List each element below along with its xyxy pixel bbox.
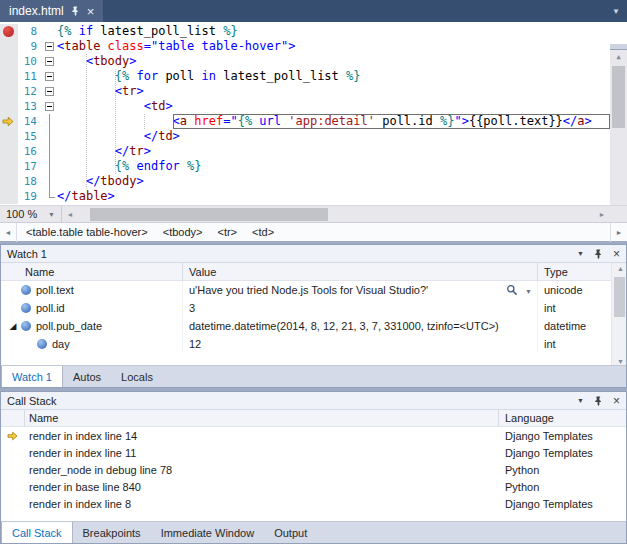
pin-icon[interactable] — [594, 249, 603, 259]
watch-value-cell[interactable]: datetime.datetime(2014, 8, 12, 21, 3, 7,… — [183, 317, 538, 335]
scrollbar-thumb[interactable] — [90, 208, 328, 221]
watch-value-cell[interactable]: 3 — [183, 299, 538, 317]
pin-icon[interactable] — [71, 6, 80, 16]
glyph-margin[interactable] — [0, 189, 18, 204]
window-position-icon[interactable]: ▼ — [577, 397, 584, 404]
tab-call-stack[interactable]: Call Stack — [1, 522, 73, 543]
code-line[interactable]: 11 {% for poll in latest_poll_list %} — [0, 69, 610, 84]
scroll-right-icon[interactable]: ► — [594, 211, 610, 218]
watch-row[interactable]: poll.id3int — [1, 299, 626, 317]
zoom-select[interactable]: 100 % ▼ — [0, 206, 62, 223]
pin-icon[interactable] — [594, 396, 603, 406]
watch-value-cell[interactable]: u'Have you tried Node.js Tools for Visua… — [183, 281, 538, 299]
fold-collapse-icon[interactable] — [45, 57, 54, 66]
code-token: </ — [57, 189, 71, 203]
fold-guide-line — [49, 144, 50, 159]
value-inspector[interactable]: ▼ — [502, 284, 532, 298]
watch-value: u'Have you tried Node.js Tools for Visua… — [189, 284, 428, 296]
watch-value-cell[interactable]: 12 — [183, 335, 538, 353]
watch-row[interactable]: day12int — [1, 335, 626, 353]
tag-nav-left-icon[interactable]: ◄ — [0, 223, 17, 242]
callstack-frame[interactable]: render in index line 11Django Templates — [1, 444, 626, 461]
frame-name: render in index line 11 — [25, 447, 499, 459]
tab-locals[interactable]: Locals — [111, 366, 163, 387]
callstack-frame[interactable]: render in base line 840Python — [1, 478, 626, 495]
code-line[interactable]: 18 </tbody> — [0, 174, 610, 189]
column-header-name[interactable]: Name — [25, 410, 499, 426]
callstack-frame[interactable]: render_node in debug line 78Python — [1, 461, 626, 478]
column-header-language[interactable]: Language — [499, 410, 626, 426]
tab-index-html[interactable]: index.html × — [0, 0, 103, 22]
code-line[interactable]: 14 <a href="{% url 'app:detail' poll.id … — [0, 114, 610, 129]
watch-row[interactable]: poll.textu'Have you tried Node.js Tools … — [1, 281, 626, 299]
tab-watch-1[interactable]: Watch 1 — [1, 366, 63, 387]
code-token: {% — [115, 159, 137, 173]
watch-name-cell: poll.text — [1, 281, 183, 299]
close-icon[interactable]: × — [613, 248, 620, 260]
code-indent — [57, 114, 173, 129]
code-line[interactable]: 9<table class="table table-hover"> — [0, 39, 610, 54]
watch-value: datetime.datetime(2014, 8, 12, 21, 3, 7,… — [189, 320, 499, 332]
glyph-margin[interactable] — [0, 144, 18, 159]
glyph-margin[interactable] — [0, 24, 18, 39]
glyph-margin[interactable] — [0, 159, 18, 174]
fold-collapse-icon[interactable] — [45, 102, 54, 111]
watch-row[interactable]: ◢poll.pub_datedatetime.datetime(2014, 8,… — [1, 317, 626, 335]
column-header-name[interactable]: Name — [1, 263, 183, 280]
glyph-margin[interactable] — [0, 114, 18, 129]
code-line[interactable]: 17 {% endfor %} — [0, 159, 610, 174]
scrollbar-thumb[interactable] — [612, 66, 625, 128]
glyph-margin[interactable] — [0, 99, 18, 114]
code-line[interactable]: 16 </tr> — [0, 144, 610, 159]
code-line[interactable]: 19</table> — [0, 189, 610, 204]
close-icon[interactable]: × — [87, 5, 95, 18]
code-line[interactable]: 15 </td> — [0, 129, 610, 144]
code-line[interactable]: 12 <tr> — [0, 84, 610, 99]
breadcrumb-tag[interactable]: <td> — [252, 226, 274, 238]
callstack-frame[interactable]: render in index line 14Django Templates — [1, 427, 626, 444]
glyph-margin[interactable] — [0, 174, 18, 189]
code-line[interactable]: 13 <td> — [0, 99, 610, 114]
expander-icon[interactable]: ◢ — [5, 321, 21, 331]
scroll-down-icon[interactable]: ▼ — [612, 358, 627, 365]
glyph-margin[interactable] — [0, 84, 18, 99]
breakpoint-icon[interactable] — [3, 26, 14, 37]
frame-icon-spacer — [1, 461, 25, 478]
breadcrumb-tag[interactable]: <tbody> — [163, 226, 203, 238]
code-line[interactable]: 8{% if latest_poll_list %} — [0, 24, 610, 39]
tag-nav-right-icon[interactable]: ► — [610, 223, 627, 242]
callstack-frame[interactable]: render in index line 8Django Templates — [1, 495, 626, 512]
magnifier-icon[interactable] — [506, 284, 518, 298]
tab-output[interactable]: Output — [264, 522, 317, 543]
tab-breakpoints[interactable]: Breakpoints — [73, 522, 151, 543]
close-icon[interactable]: × — [613, 395, 620, 407]
scroll-up-icon[interactable]: ▲ — [610, 53, 627, 61]
breadcrumb-tag[interactable]: <table.table table-hover> — [26, 226, 148, 238]
glyph-margin[interactable] — [0, 129, 18, 144]
glyph-margin[interactable] — [0, 69, 18, 84]
scroll-up-icon[interactable]: ▲ — [612, 265, 627, 272]
code-editor[interactable]: 8{% if latest_poll_list %}9<table class=… — [0, 22, 627, 205]
code-token: endfor — [136, 159, 179, 173]
fold-collapse-icon[interactable] — [45, 87, 54, 96]
vertical-scrollbar[interactable]: ▲ ▼ — [611, 263, 626, 367]
vertical-scrollbar[interactable]: ▲ ▼ — [610, 50, 627, 205]
glyph-margin[interactable] — [0, 54, 18, 69]
breadcrumb-tag[interactable]: <tr> — [217, 226, 237, 238]
chevron-down-icon[interactable]: ▼ — [525, 288, 532, 295]
glyph-margin[interactable] — [0, 39, 18, 54]
code-token: %} — [223, 24, 237, 38]
tab-list-dropdown-icon[interactable]: ▼ — [612, 7, 620, 16]
tab-immediate-window[interactable]: Immediate Window — [151, 522, 265, 543]
horizontal-scrollbar[interactable] — [78, 206, 594, 223]
fold-collapse-icon[interactable] — [45, 42, 54, 51]
variable-icon — [21, 303, 31, 313]
code-token: > — [585, 114, 592, 128]
scroll-left-icon[interactable]: ◄ — [62, 211, 78, 218]
fold-collapse-icon[interactable] — [45, 72, 54, 81]
scrollbar-thumb[interactable] — [614, 277, 625, 317]
column-header-value[interactable]: Value — [183, 263, 538, 280]
code-line[interactable]: 10 <tbody> — [0, 54, 610, 69]
window-position-icon[interactable]: ▼ — [577, 250, 584, 257]
tab-autos[interactable]: Autos — [63, 366, 111, 387]
